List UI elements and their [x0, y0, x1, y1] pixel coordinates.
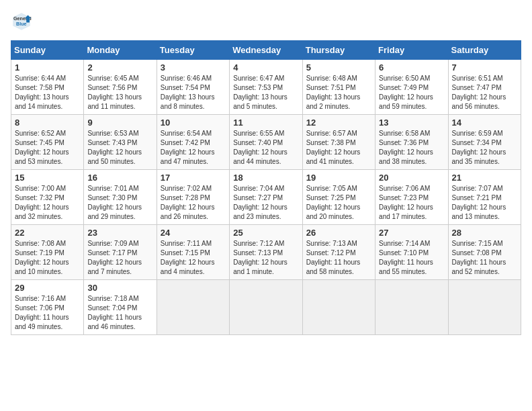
- calendar-cell: [302, 280, 375, 335]
- day-number: 5: [306, 62, 371, 73]
- day-number: 28: [452, 228, 517, 238]
- day-info: Sunrise: 6:54 AMSunset: 7:42 PMDaylight:…: [161, 129, 226, 167]
- day-number: 26: [306, 228, 371, 238]
- day-number: 1: [15, 62, 80, 73]
- day-number: 15: [15, 173, 80, 183]
- calendar-cell: 26 Sunrise: 7:13 AMSunset: 7:12 PMDaylig…: [302, 225, 375, 280]
- calendar-week-row: 1 Sunrise: 6:44 AMSunset: 7:58 PMDayligh…: [11, 60, 521, 115]
- day-number: 23: [87, 228, 152, 238]
- day-info: Sunrise: 7:06 AMSunset: 7:23 PMDaylight:…: [379, 184, 444, 222]
- svg-text:Blue: Blue: [16, 21, 27, 27]
- day-number: 17: [161, 173, 226, 183]
- calendar-cell: 5 Sunrise: 6:48 AMSunset: 7:51 PMDayligh…: [302, 60, 375, 115]
- day-number: 27: [379, 228, 444, 238]
- calendar-cell: 14 Sunrise: 6:59 AMSunset: 7:34 PMDaylig…: [448, 115, 521, 170]
- calendar-cell: [230, 280, 302, 335]
- calendar-cell: 16 Sunrise: 7:01 AMSunset: 7:30 PMDaylig…: [84, 170, 157, 225]
- day-number: 2: [87, 62, 152, 73]
- day-number: 12: [306, 118, 371, 128]
- calendar-cell: [448, 280, 521, 335]
- day-info: Sunrise: 7:12 AMSunset: 7:13 PMDaylight:…: [233, 239, 298, 277]
- day-number: 3: [161, 62, 226, 73]
- logo-icon: General Blue: [11, 11, 32, 32]
- calendar-cell: 28 Sunrise: 7:15 AMSunset: 7:08 PMDaylig…: [448, 225, 521, 280]
- day-number: 29: [15, 283, 80, 293]
- calendar-cell: 4 Sunrise: 6:47 AMSunset: 7:53 PMDayligh…: [230, 60, 302, 115]
- calendar-week-row: 15 Sunrise: 7:00 AMSunset: 7:32 PMDaylig…: [11, 170, 521, 225]
- day-info: Sunrise: 6:52 AMSunset: 7:45 PMDaylight:…: [15, 129, 80, 167]
- day-info: Sunrise: 7:09 AMSunset: 7:17 PMDaylight:…: [87, 239, 152, 277]
- day-info: Sunrise: 7:15 AMSunset: 7:08 PMDaylight:…: [452, 239, 517, 277]
- day-info: Sunrise: 6:46 AMSunset: 7:54 PMDaylight:…: [161, 74, 226, 111]
- day-info: Sunrise: 6:57 AMSunset: 7:38 PMDaylight:…: [306, 129, 371, 167]
- day-info: Sunrise: 7:01 AMSunset: 7:30 PMDaylight:…: [87, 184, 152, 222]
- calendar-week-row: 8 Sunrise: 6:52 AMSunset: 7:45 PMDayligh…: [11, 115, 521, 170]
- day-number: 4: [233, 62, 298, 73]
- day-info: Sunrise: 7:04 AMSunset: 7:27 PMDaylight:…: [233, 184, 298, 222]
- calendar-cell: 25 Sunrise: 7:12 AMSunset: 7:13 PMDaylig…: [230, 225, 302, 280]
- weekday-header-tuesday: Tuesday: [157, 41, 229, 60]
- day-info: Sunrise: 7:08 AMSunset: 7:19 PMDaylight:…: [15, 239, 80, 277]
- calendar-cell: [375, 280, 448, 335]
- calendar-cell: 22 Sunrise: 7:08 AMSunset: 7:19 PMDaylig…: [11, 225, 84, 280]
- day-info: Sunrise: 6:47 AMSunset: 7:53 PMDaylight:…: [233, 74, 298, 111]
- day-number: 11: [233, 118, 298, 128]
- calendar-cell: 17 Sunrise: 7:02 AMSunset: 7:28 PMDaylig…: [157, 170, 229, 225]
- calendar-table: SundayMondayTuesdayWednesdayThursdayFrid…: [11, 40, 521, 335]
- day-number: 14: [452, 118, 517, 128]
- day-info: Sunrise: 7:14 AMSunset: 7:10 PMDaylight:…: [379, 239, 444, 277]
- day-number: 19: [306, 173, 371, 183]
- calendar-cell: 3 Sunrise: 6:46 AMSunset: 7:54 PMDayligh…: [157, 60, 229, 115]
- calendar-cell: 23 Sunrise: 7:09 AMSunset: 7:17 PMDaylig…: [84, 225, 157, 280]
- page-header: General Blue: [11, 11, 521, 32]
- day-number: 13: [379, 118, 444, 128]
- day-info: Sunrise: 7:11 AMSunset: 7:15 PMDaylight:…: [161, 239, 226, 277]
- day-number: 25: [233, 228, 298, 238]
- day-info: Sunrise: 6:48 AMSunset: 7:51 PMDaylight:…: [306, 74, 371, 111]
- calendar-cell: 11 Sunrise: 6:55 AMSunset: 7:40 PMDaylig…: [230, 115, 302, 170]
- calendar-cell: 8 Sunrise: 6:52 AMSunset: 7:45 PMDayligh…: [11, 115, 84, 170]
- day-info: Sunrise: 6:53 AMSunset: 7:43 PMDaylight:…: [87, 129, 152, 167]
- day-info: Sunrise: 6:58 AMSunset: 7:36 PMDaylight:…: [379, 129, 444, 167]
- day-number: 16: [87, 173, 152, 183]
- calendar-cell: 7 Sunrise: 6:51 AMSunset: 7:47 PMDayligh…: [448, 60, 521, 115]
- day-number: 18: [233, 173, 298, 183]
- weekday-header-thursday: Thursday: [302, 41, 375, 60]
- day-number: 6: [379, 62, 444, 73]
- day-info: Sunrise: 6:44 AMSunset: 7:58 PMDaylight:…: [15, 74, 80, 111]
- day-info: Sunrise: 6:45 AMSunset: 7:56 PMDaylight:…: [87, 74, 152, 111]
- calendar-cell: 27 Sunrise: 7:14 AMSunset: 7:10 PMDaylig…: [375, 225, 448, 280]
- calendar-cell: 20 Sunrise: 7:06 AMSunset: 7:23 PMDaylig…: [375, 170, 448, 225]
- day-info: Sunrise: 6:59 AMSunset: 7:34 PMDaylight:…: [452, 129, 517, 167]
- day-info: Sunrise: 7:16 AMSunset: 7:06 PMDaylight:…: [15, 294, 80, 332]
- calendar-week-row: 29 Sunrise: 7:16 AMSunset: 7:06 PMDaylig…: [11, 280, 521, 335]
- logo: General Blue: [11, 11, 35, 32]
- calendar-cell: 19 Sunrise: 7:05 AMSunset: 7:25 PMDaylig…: [302, 170, 375, 225]
- day-number: 30: [87, 283, 152, 293]
- day-number: 20: [379, 173, 444, 183]
- day-number: 21: [452, 173, 517, 183]
- calendar-cell: 9 Sunrise: 6:53 AMSunset: 7:43 PMDayligh…: [84, 115, 157, 170]
- calendar-cell: 21 Sunrise: 7:07 AMSunset: 7:21 PMDaylig…: [448, 170, 521, 225]
- day-info: Sunrise: 7:18 AMSunset: 7:04 PMDaylight:…: [87, 294, 152, 332]
- calendar-cell: 24 Sunrise: 7:11 AMSunset: 7:15 PMDaylig…: [157, 225, 229, 280]
- day-info: Sunrise: 6:50 AMSunset: 7:49 PMDaylight:…: [379, 74, 444, 111]
- weekday-header-wednesday: Wednesday: [230, 41, 302, 60]
- calendar-cell: 10 Sunrise: 6:54 AMSunset: 7:42 PMDaylig…: [157, 115, 229, 170]
- day-info: Sunrise: 6:55 AMSunset: 7:40 PMDaylight:…: [233, 129, 298, 167]
- calendar-cell: [157, 280, 229, 335]
- calendar-cell: 15 Sunrise: 7:00 AMSunset: 7:32 PMDaylig…: [11, 170, 84, 225]
- calendar-cell: 18 Sunrise: 7:04 AMSunset: 7:27 PMDaylig…: [230, 170, 302, 225]
- weekday-header-saturday: Saturday: [448, 41, 521, 60]
- day-number: 24: [161, 228, 226, 238]
- calendar-cell: 29 Sunrise: 7:16 AMSunset: 7:06 PMDaylig…: [11, 280, 84, 335]
- day-info: Sunrise: 7:07 AMSunset: 7:21 PMDaylight:…: [452, 184, 517, 222]
- calendar-cell: 12 Sunrise: 6:57 AMSunset: 7:38 PMDaylig…: [302, 115, 375, 170]
- day-info: Sunrise: 7:02 AMSunset: 7:28 PMDaylight:…: [161, 184, 226, 222]
- calendar-week-row: 22 Sunrise: 7:08 AMSunset: 7:19 PMDaylig…: [11, 225, 521, 280]
- day-info: Sunrise: 7:05 AMSunset: 7:25 PMDaylight:…: [306, 184, 371, 222]
- day-info: Sunrise: 7:13 AMSunset: 7:12 PMDaylight:…: [306, 239, 371, 277]
- day-info: Sunrise: 7:00 AMSunset: 7:32 PMDaylight:…: [15, 184, 80, 222]
- day-number: 8: [15, 118, 80, 128]
- day-info: Sunrise: 6:51 AMSunset: 7:47 PMDaylight:…: [452, 74, 517, 111]
